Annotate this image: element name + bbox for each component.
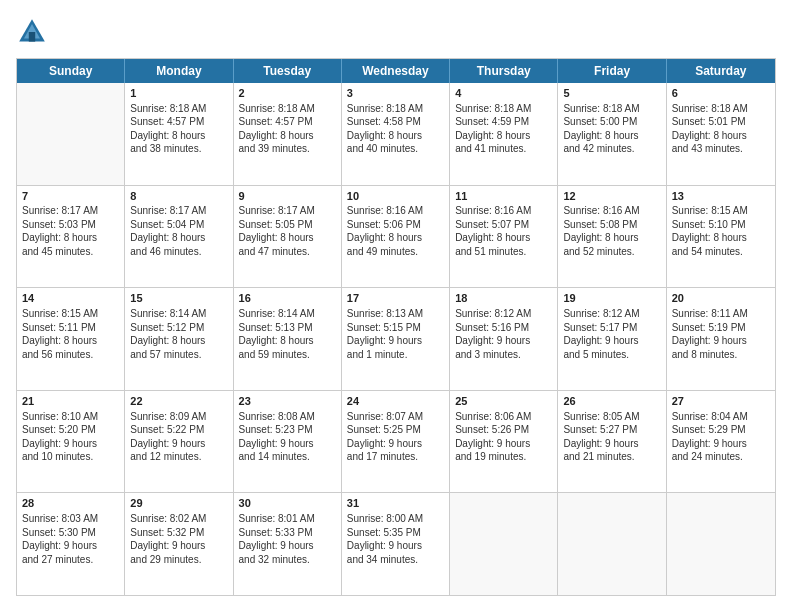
header-cell-friday: Friday xyxy=(558,59,666,83)
logo xyxy=(16,16,52,48)
day-number: 8 xyxy=(130,189,227,204)
day-number: 12 xyxy=(563,189,660,204)
day-info-line: and 47 minutes. xyxy=(239,245,336,259)
day-info-line: Sunrise: 8:05 AM xyxy=(563,410,660,424)
day-number: 6 xyxy=(672,86,770,101)
day-info-line: Daylight: 8 hours xyxy=(130,334,227,348)
calendar-day-13: 13Sunrise: 8:15 AMSunset: 5:10 PMDayligh… xyxy=(667,186,775,288)
day-info-line: Sunrise: 8:04 AM xyxy=(672,410,770,424)
day-info-line: Sunrise: 8:02 AM xyxy=(130,512,227,526)
calendar-day-30: 30Sunrise: 8:01 AMSunset: 5:33 PMDayligh… xyxy=(234,493,342,595)
day-info-line: and 54 minutes. xyxy=(672,245,770,259)
calendar-day-20: 20Sunrise: 8:11 AMSunset: 5:19 PMDayligh… xyxy=(667,288,775,390)
calendar-day-29: 29Sunrise: 8:02 AMSunset: 5:32 PMDayligh… xyxy=(125,493,233,595)
calendar-day-10: 10Sunrise: 8:16 AMSunset: 5:06 PMDayligh… xyxy=(342,186,450,288)
calendar-week-3: 14Sunrise: 8:15 AMSunset: 5:11 PMDayligh… xyxy=(17,288,775,391)
day-info-line: and 5 minutes. xyxy=(563,348,660,362)
day-info-line: Sunset: 5:05 PM xyxy=(239,218,336,232)
day-number: 5 xyxy=(563,86,660,101)
day-number: 22 xyxy=(130,394,227,409)
calendar-day-11: 11Sunrise: 8:16 AMSunset: 5:07 PMDayligh… xyxy=(450,186,558,288)
day-info-line: Sunset: 4:57 PM xyxy=(130,115,227,129)
calendar-day-6: 6Sunrise: 8:18 AMSunset: 5:01 PMDaylight… xyxy=(667,83,775,185)
calendar-day-16: 16Sunrise: 8:14 AMSunset: 5:13 PMDayligh… xyxy=(234,288,342,390)
day-info-line: Sunrise: 8:17 AM xyxy=(130,204,227,218)
day-info-line: Sunrise: 8:18 AM xyxy=(347,102,444,116)
calendar-day-21: 21Sunrise: 8:10 AMSunset: 5:20 PMDayligh… xyxy=(17,391,125,493)
day-info-line: Sunrise: 8:15 AM xyxy=(22,307,119,321)
calendar-day-empty xyxy=(450,493,558,595)
calendar-day-22: 22Sunrise: 8:09 AMSunset: 5:22 PMDayligh… xyxy=(125,391,233,493)
day-number: 25 xyxy=(455,394,552,409)
day-info-line: and 45 minutes. xyxy=(22,245,119,259)
calendar-day-7: 7Sunrise: 8:17 AMSunset: 5:03 PMDaylight… xyxy=(17,186,125,288)
header-cell-wednesday: Wednesday xyxy=(342,59,450,83)
day-number: 14 xyxy=(22,291,119,306)
day-info-line: and 59 minutes. xyxy=(239,348,336,362)
day-number: 30 xyxy=(239,496,336,511)
day-info-line: and 43 minutes. xyxy=(672,142,770,156)
day-info-line: and 32 minutes. xyxy=(239,553,336,567)
day-info-line: Daylight: 8 hours xyxy=(130,129,227,143)
day-info-line: Daylight: 9 hours xyxy=(455,334,552,348)
day-info-line: Daylight: 9 hours xyxy=(22,437,119,451)
day-info-line: and 14 minutes. xyxy=(239,450,336,464)
calendar-week-5: 28Sunrise: 8:03 AMSunset: 5:30 PMDayligh… xyxy=(17,493,775,595)
day-info-line: Sunset: 5:00 PM xyxy=(563,115,660,129)
calendar-day-25: 25Sunrise: 8:06 AMSunset: 5:26 PMDayligh… xyxy=(450,391,558,493)
calendar-week-2: 7Sunrise: 8:17 AMSunset: 5:03 PMDaylight… xyxy=(17,186,775,289)
day-number: 11 xyxy=(455,189,552,204)
calendar-day-4: 4Sunrise: 8:18 AMSunset: 4:59 PMDaylight… xyxy=(450,83,558,185)
day-info-line: Sunrise: 8:18 AM xyxy=(672,102,770,116)
day-info-line: Sunrise: 8:12 AM xyxy=(455,307,552,321)
day-info-line: Sunrise: 8:00 AM xyxy=(347,512,444,526)
day-info-line: Sunrise: 8:09 AM xyxy=(130,410,227,424)
day-info-line: Sunset: 5:32 PM xyxy=(130,526,227,540)
day-number: 31 xyxy=(347,496,444,511)
day-info-line: Sunset: 5:17 PM xyxy=(563,321,660,335)
day-info-line: Sunrise: 8:16 AM xyxy=(563,204,660,218)
day-info-line: Sunrise: 8:18 AM xyxy=(455,102,552,116)
day-info-line: Daylight: 8 hours xyxy=(130,231,227,245)
day-info-line: Sunrise: 8:17 AM xyxy=(22,204,119,218)
calendar-day-empty xyxy=(558,493,666,595)
calendar-day-15: 15Sunrise: 8:14 AMSunset: 5:12 PMDayligh… xyxy=(125,288,233,390)
logo-icon xyxy=(16,16,48,48)
day-info-line: Sunset: 5:15 PM xyxy=(347,321,444,335)
day-info-line: Sunset: 5:22 PM xyxy=(130,423,227,437)
day-number: 28 xyxy=(22,496,119,511)
day-info-line: Sunset: 5:01 PM xyxy=(672,115,770,129)
day-info-line: Sunset: 5:04 PM xyxy=(130,218,227,232)
calendar-header: SundayMondayTuesdayWednesdayThursdayFrid… xyxy=(17,59,775,83)
day-info-line: Sunrise: 8:08 AM xyxy=(239,410,336,424)
day-info-line: Sunset: 5:29 PM xyxy=(672,423,770,437)
calendar-day-1: 1Sunrise: 8:18 AMSunset: 4:57 PMDaylight… xyxy=(125,83,233,185)
day-info-line: Sunset: 5:20 PM xyxy=(22,423,119,437)
day-info-line: and 40 minutes. xyxy=(347,142,444,156)
calendar-day-empty xyxy=(17,83,125,185)
svg-rect-2 xyxy=(29,32,35,42)
day-info-line: Daylight: 9 hours xyxy=(563,334,660,348)
day-info-line: Daylight: 8 hours xyxy=(347,231,444,245)
day-info-line: Daylight: 9 hours xyxy=(239,437,336,451)
day-info-line: Sunset: 5:06 PM xyxy=(347,218,444,232)
day-number: 10 xyxy=(347,189,444,204)
header-cell-thursday: Thursday xyxy=(450,59,558,83)
day-info-line: and 21 minutes. xyxy=(563,450,660,464)
calendar-day-18: 18Sunrise: 8:12 AMSunset: 5:16 PMDayligh… xyxy=(450,288,558,390)
day-info-line: Sunrise: 8:12 AM xyxy=(563,307,660,321)
calendar-day-2: 2Sunrise: 8:18 AMSunset: 4:57 PMDaylight… xyxy=(234,83,342,185)
day-info-line: and 3 minutes. xyxy=(455,348,552,362)
day-info-line: and 12 minutes. xyxy=(130,450,227,464)
day-info-line: and 56 minutes. xyxy=(22,348,119,362)
day-info-line: Sunrise: 8:16 AM xyxy=(347,204,444,218)
day-number: 23 xyxy=(239,394,336,409)
day-info-line: Daylight: 9 hours xyxy=(347,334,444,348)
day-info-line: Daylight: 9 hours xyxy=(130,437,227,451)
day-info-line: and 38 minutes. xyxy=(130,142,227,156)
calendar-day-9: 9Sunrise: 8:17 AMSunset: 5:05 PMDaylight… xyxy=(234,186,342,288)
page: SundayMondayTuesdayWednesdayThursdayFrid… xyxy=(0,0,792,612)
day-number: 3 xyxy=(347,86,444,101)
day-info-line: Sunset: 5:12 PM xyxy=(130,321,227,335)
day-info-line: Daylight: 8 hours xyxy=(455,129,552,143)
